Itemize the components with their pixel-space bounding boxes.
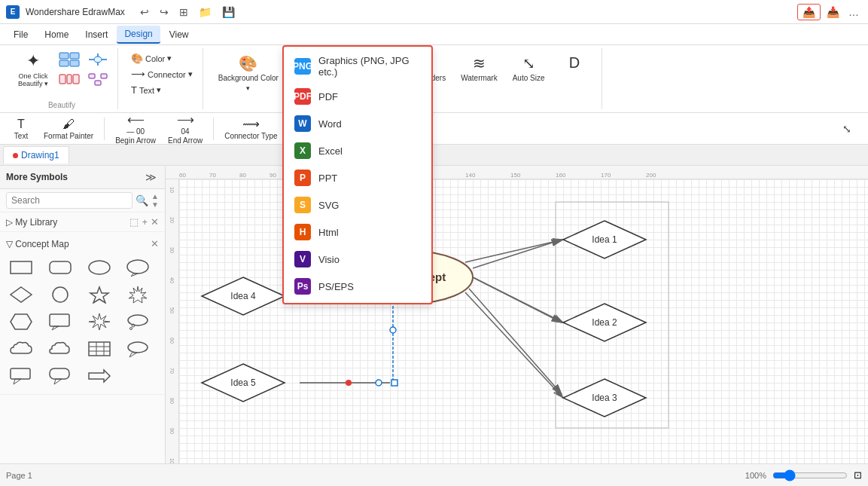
search-expand-btn[interactable]: ▲▼ [151,192,159,209]
begin-arrow-button[interactable]: ⟵ — 00 Begin Arrow [111,111,160,146]
menu-home[interactable]: Home [37,26,76,43]
my-library-export-btn[interactable]: ⬚ [129,216,139,228]
connector-toolbar: T Text 🖌 Format Painter ⟵ — 00 Begin Arr… [0,113,868,145]
connector-button[interactable]: ⟶ Connector ▾ [127,67,196,81]
svg-rect-12 [89,74,95,78]
ribbon-group-beautify: ✦ One ClickBeautify ▾ Beautify [6,48,118,109]
ruler-left: 10 20 30 40 50 60 70 80 90 100 [166,179,179,463]
svg-rect-1 [70,53,79,59]
open-button[interactable]: 📁 [196,5,215,20]
end-arrow-button[interactable]: ⟶ 04 End Arrow [163,111,207,146]
text-tool-button[interactable]: T Text [6,116,36,142]
concept-map-header[interactable]: ▽ Concept Map ✕ [0,235,165,252]
more-export-button[interactable]: … [845,5,862,20]
shape-cloud-bubble[interactable] [123,310,153,334]
export-button[interactable]: 📤 [797,4,821,20]
zoom-fit-button[interactable]: ⊡ [854,469,862,481]
export-ps[interactable]: Ps PS/EPS [284,273,431,300]
export-png-icon: PNG [294,58,311,75]
svg-line-72 [473,277,562,322]
shape-starburst2[interactable] [84,310,114,334]
search-button[interactable]: 🔍 [136,194,148,206]
sidebar-toggle-btn[interactable]: ≫ [143,170,159,184]
beautify-layout-btn-4[interactable] [84,70,111,88]
svg-marker-39 [14,379,21,384]
beautify-layout-btn-1[interactable] [56,50,83,69]
shape-speech-rect[interactable] [6,364,36,388]
svg-line-73 [469,289,562,394]
shape-callout[interactable] [45,310,75,334]
shape-ellipse[interactable] [84,255,114,280]
shape-table[interactable] [84,337,114,361]
text-color-button[interactable]: T Text ▾ [127,83,196,97]
svg-point-18 [127,260,148,274]
auto-size-button[interactable]: ⤡ Auto Size [507,51,551,86]
new-tab-button[interactable]: ⊞ [176,5,191,20]
watermark-button[interactable]: ≋ Watermark [455,51,504,86]
text-icon: T [17,118,25,131]
undo-button[interactable]: ↩ [137,5,152,20]
shape-speech-bubble[interactable] [123,255,153,280]
one-click-beautify-button[interactable]: ✦ One ClickBeautify ▾ [12,48,54,90]
menubar: File Home Insert Design View [0,24,868,45]
d-button[interactable]: D [554,51,595,75]
beautify-layout-btn-3[interactable] [84,50,111,69]
format-painter-button[interactable]: 🖌 Format Painter [39,116,98,142]
menu-view[interactable]: View [162,26,196,43]
svg-marker-24 [11,314,32,329]
menu-insert[interactable]: Insert [78,26,115,43]
shape-cloud2[interactable] [45,337,75,361]
svg-point-55 [390,327,396,333]
shape-rectangle[interactable] [6,255,36,280]
zoom-slider[interactable] [772,469,848,481]
menu-design[interactable]: Design [117,26,160,44]
beautify-layout-btn-2[interactable] [56,70,83,88]
export-png[interactable]: PNG Graphics (PNG, JPG etc.) [284,50,431,83]
svg-rect-5 [67,75,72,84]
svg-line-71 [473,240,562,268]
my-library-close-btn[interactable]: ✕ [151,216,159,228]
menu-file[interactable]: File [6,26,35,43]
color-button[interactable]: 🎨 Color ▾ [127,51,196,66]
svg-marker-23 [129,286,147,303]
canvas-area[interactable]: 60 70 80 90 100 110 120 130 140 150 160 … [166,166,868,463]
concept-map-close-btn[interactable]: ✕ [151,238,159,249]
shape-burst[interactable] [123,283,153,307]
export-visio[interactable]: V Visio [284,246,431,273]
export-html[interactable]: H Html [284,219,431,246]
svg-point-52 [376,380,382,386]
shape-speech-rounded[interactable] [45,364,75,388]
shape-hexagon[interactable] [6,310,36,334]
search-input[interactable] [6,192,132,209]
export-excel[interactable]: X Excel [284,137,431,164]
background-color-button[interactable]: 🎨 Background Color ▾ [212,51,285,95]
svg-rect-15 [11,261,32,274]
export-word[interactable]: W Word [284,110,431,137]
svg-line-45 [465,292,563,398]
shape-speech-oval[interactable] [123,337,153,361]
export-svg[interactable]: S SVG [284,191,431,219]
svg-rect-53 [391,380,397,386]
shape-arrow-right[interactable] [84,364,114,388]
ribbon: ✦ One ClickBeautify ▾ Beautify [0,45,868,113]
my-library-add-btn[interactable]: + [142,216,148,228]
redo-button[interactable]: ↪ [157,5,172,20]
export-button-2[interactable]: 📥 [824,5,842,20]
svg-marker-20 [11,287,32,302]
drawing-tab[interactable]: Drawing1 [3,146,69,164]
save-button[interactable]: 💾 [219,5,238,20]
sidebar-my-library[interactable]: ▷ My Library ⬚ + ✕ [0,212,165,232]
svg-marker-27 [89,313,110,330]
ribbon-group-color: 🎨 Color ▾ ⟶ Connector ▾ T Text ▾ [121,48,203,109]
connector-type-button[interactable]: ⟿ Connector Type [220,115,282,142]
shape-diamond[interactable] [6,283,36,307]
export-ppt[interactable]: P PPT [284,164,431,191]
titlebar-controls: ↩ ↪ ⊞ 📁 💾 [137,5,238,20]
export-pdf[interactable]: PDF PDF [284,83,431,110]
collapse-panel-button[interactable]: ⤡ [832,121,862,136]
shape-cloud[interactable] [6,337,36,361]
shape-rounded-rect[interactable] [45,255,75,280]
shape-star[interactable] [84,283,114,307]
export-ppt-icon: P [294,170,311,186]
shape-circle[interactable] [45,283,75,307]
